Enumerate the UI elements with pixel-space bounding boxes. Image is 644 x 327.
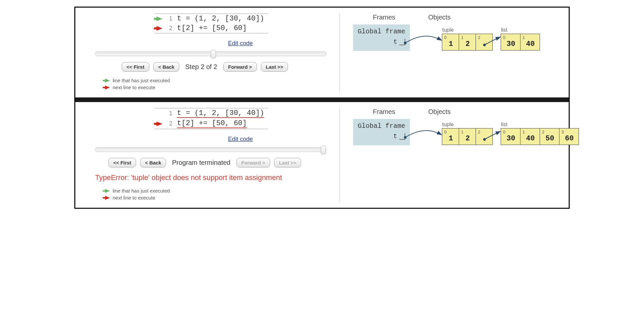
- panel-before: 1 t = (1, 2, [30, 40]) 2 t[2] += [50, 60…: [75, 8, 569, 97]
- nav-controls: << First < Back Program terminated Forwa…: [108, 158, 340, 167]
- tuple-object: tuple 01 12 2: [442, 122, 493, 145]
- left-pane: 1 t = (1, 2, [30, 40]) 2 t[2] += [50, 60…: [95, 14, 340, 91]
- frames-header: Frames: [373, 14, 395, 21]
- panel-after: 1 t = (1, 2, [30, 40]) 2 t[2] += [50, 60…: [75, 102, 569, 208]
- list-cell: 360: [559, 128, 579, 145]
- tuple-object: tuple 01 12 2: [442, 27, 493, 51]
- edit-code-link[interactable]: Edit code: [228, 136, 253, 142]
- list-label: list: [501, 122, 579, 127]
- variable-t: t: [358, 132, 405, 140]
- var-ref-box: [399, 39, 405, 45]
- nav-controls: << First < Back Step 2 of 2 Forward > La…: [122, 62, 340, 72]
- variable-t: t: [358, 38, 405, 46]
- code-text: t = (1, 2, [30, 40]): [177, 15, 264, 23]
- arrow-legend: line that has just executed next line to…: [95, 78, 340, 90]
- green-arrow-icon: [105, 189, 110, 193]
- step-label: Program terminated: [170, 159, 233, 166]
- line-number: 1: [164, 15, 172, 22]
- line-number: 2: [164, 120, 172, 127]
- viz-body: Global frame t tuple 01 12 2 list: [353, 119, 559, 162]
- code-text: t = (1, 2, [30, 40]): [177, 109, 264, 118]
- legend-text: next line to execute: [113, 85, 155, 90]
- code-listing: 1 t = (1, 2, [30, 40]) 2 t[2] += [50, 60…: [155, 108, 268, 129]
- arrow-legend: line that has just executed next line to…: [95, 188, 340, 200]
- error-message: TypeError: 'tuple' object does not suppo…: [95, 173, 340, 182]
- tuple-cells: 01 12 2: [442, 128, 493, 145]
- code-text: t[2] += [50, 60]: [177, 119, 247, 128]
- code-text: t[2] += [50, 60]: [177, 24, 247, 32]
- tuple-cell: 2: [476, 128, 493, 145]
- step-slider[interactable]: [95, 52, 326, 56]
- legend-text: line that has just executed: [113, 78, 170, 83]
- code-line-1: 1 t = (1, 2, [30, 40]): [155, 108, 268, 119]
- tuple-cell: 01: [442, 128, 459, 145]
- back-button[interactable]: < Back: [140, 158, 166, 167]
- list-cell: 030: [501, 34, 520, 51]
- viz-headers: Frames Objects: [353, 14, 559, 21]
- edit-code-link[interactable]: Edit code: [228, 40, 253, 47]
- tuple-label: tuple: [442, 122, 493, 127]
- code-listing: 1 t = (1, 2, [30, 40]) 2 t[2] += [50, 60…: [155, 14, 268, 33]
- list-cells: 030 140 250 360: [501, 128, 579, 145]
- list-label: list: [501, 27, 540, 33]
- red-arrow-icon: [105, 86, 110, 90]
- line-number: 1: [164, 110, 172, 117]
- code-line-2: 2 t[2] += [50, 60]: [155, 119, 268, 129]
- line-number: 2: [164, 25, 172, 32]
- code-line-2: 2 t[2] += [50, 60]: [155, 23, 268, 33]
- list-cell: 030: [501, 128, 520, 145]
- legend-next: next line to execute: [95, 85, 340, 90]
- var-ref-box: [399, 133, 405, 140]
- list-cells: 030 140: [501, 34, 540, 51]
- viz-headers: Frames Objects: [353, 108, 559, 116]
- frames-header: Frames: [373, 108, 395, 116]
- objects-header: Objects: [428, 108, 451, 116]
- last-button[interactable]: Last >>: [274, 158, 302, 167]
- legend-text: next line to execute: [113, 195, 155, 200]
- var-name: t: [393, 38, 397, 46]
- tuple-cell: 12: [459, 34, 476, 51]
- list-cell: 140: [520, 128, 540, 145]
- red-arrow-icon: [105, 196, 110, 200]
- global-frame: Global frame t: [353, 24, 410, 51]
- viz-body: Global frame t tuple 01 12 2 list: [353, 24, 559, 67]
- objects-header: Objects: [428, 14, 451, 21]
- edit-code-link-wrap: Edit code: [155, 40, 326, 47]
- right-pane: Frames Objects Global frame t tuple 01 1…: [340, 14, 559, 91]
- step-label: Step 2 of 2: [183, 63, 219, 71]
- green-arrow-icon: [105, 79, 110, 83]
- next-arrow-icon: [155, 122, 164, 126]
- executed-arrow-icon: [155, 17, 164, 21]
- slider-thumb[interactable]: [211, 50, 216, 58]
- edit-code-link-wrap: Edit code: [155, 136, 326, 143]
- global-frame: Global frame t: [353, 119, 410, 145]
- tuple-cell: 2: [476, 34, 493, 51]
- tuple-cell: 12: [459, 128, 476, 145]
- tuple-label: tuple: [442, 27, 493, 33]
- back-button[interactable]: < Back: [153, 62, 179, 72]
- tuple-cell: 01: [442, 34, 459, 51]
- global-frame-label: Global frame: [358, 122, 405, 130]
- last-button[interactable]: Last >>: [261, 62, 288, 72]
- list-cell: 250: [540, 128, 559, 145]
- first-button[interactable]: << First: [122, 62, 149, 72]
- tuple-cells: 01 12 2: [442, 34, 493, 51]
- next-arrow-icon: [155, 26, 164, 31]
- list-object: list 030 140: [501, 27, 540, 51]
- panel-divider: [75, 97, 569, 102]
- figure-frame: 1 t = (1, 2, [30, 40]) 2 t[2] += [50, 60…: [74, 7, 570, 209]
- forward-button[interactable]: Forward >: [223, 62, 257, 72]
- forward-button[interactable]: Forward >: [236, 158, 270, 167]
- left-pane: 1 t = (1, 2, [30, 40]) 2 t[2] += [50, 60…: [95, 108, 340, 202]
- first-button[interactable]: << First: [108, 158, 136, 167]
- legend-executed: line that has just executed: [95, 78, 340, 83]
- legend-next: next line to execute: [95, 195, 340, 200]
- list-object: list 030 140 250 360: [501, 122, 579, 145]
- legend-executed: line that has just executed: [95, 188, 340, 194]
- var-name: t: [393, 132, 397, 140]
- right-pane: Frames Objects Global frame t tuple 01 1…: [340, 108, 559, 202]
- slider-thumb[interactable]: [321, 146, 326, 154]
- step-slider[interactable]: [95, 147, 326, 152]
- code-line-1: 1 t = (1, 2, [30, 40]): [155, 14, 268, 23]
- legend-text: line that has just executed: [113, 188, 170, 194]
